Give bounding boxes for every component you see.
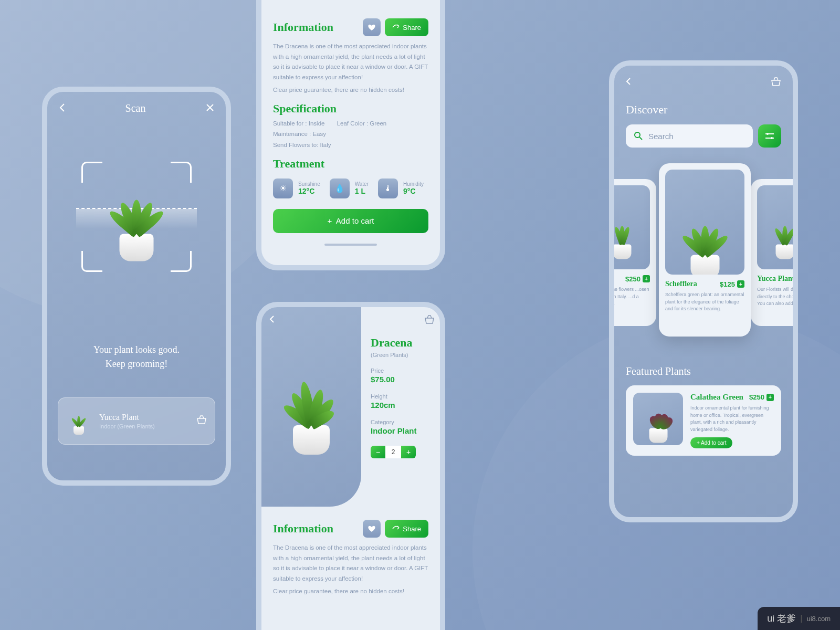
share-icon	[392, 24, 400, 30]
carousel-card-left[interactable]: nt$250+ ...eliver the flowers ...osen ad…	[609, 179, 656, 326]
information-note: Clear price guarantee, there are no hidd…	[273, 85, 428, 96]
add-icon[interactable]: +	[643, 275, 650, 282]
basket-icon[interactable]	[196, 415, 207, 427]
product-hero-image	[261, 307, 361, 507]
card-title: Schefflera	[665, 280, 697, 288]
filter-icon	[765, 132, 774, 140]
product-subtitle: (Green Plants)	[371, 352, 432, 358]
information-note: Clear price guarantee, there are no hidd…	[273, 586, 428, 597]
discover-title: Discover	[626, 103, 781, 117]
carousel-card-right[interactable]: Yucca Plant Our Florists will deliver t.…	[751, 179, 798, 326]
treatment-row: ☀ Sunshine12°C 💧 Water1 L 🌡 Humidity9°C	[273, 178, 428, 198]
search-input[interactable]: Search	[626, 124, 753, 148]
featured-thumb	[633, 393, 683, 445]
specification-list: Suitable for : Inside Leaf Color : Green…	[273, 118, 428, 151]
add-to-cart-button[interactable]: + Add to cart	[273, 209, 428, 233]
product-price: $75.00	[371, 375, 432, 384]
treatment-water: 💧 Water1 L	[330, 178, 369, 198]
scan-result-card[interactable]: Yucca Plant Indoor (Green Plants)	[58, 397, 215, 445]
add-icon[interactable]: +	[766, 394, 774, 401]
add-icon[interactable]: +	[737, 280, 744, 288]
result-thumb	[66, 405, 92, 437]
product-info-panel: Dracena (Green Plants) Price$75.00 Heigh…	[361, 307, 440, 507]
detail-top-screen: Information Share The Dracena is one of …	[256, 0, 445, 270]
sunshine-icon: ☀	[273, 178, 293, 198]
qty-increase-button[interactable]: +	[401, 446, 416, 458]
favorite-button[interactable]	[363, 18, 381, 36]
featured-price: $250	[749, 393, 764, 401]
share-button[interactable]: Share	[385, 18, 428, 36]
scan-header: Scan	[47, 92, 226, 125]
close-icon[interactable]	[206, 103, 214, 114]
card-description: Schefflera green plant: an ornamental pl…	[665, 291, 744, 313]
water-icon: 💧	[330, 178, 350, 198]
product-category: Indoor Plant	[371, 426, 432, 435]
plant-carousel[interactable]: nt$250+ ...eliver the flowers ...osen ad…	[614, 163, 793, 352]
search-icon	[634, 131, 643, 141]
svg-point-1	[766, 133, 769, 135]
information-text: The Dracena is one of the most appreciat…	[273, 543, 428, 584]
featured-title: Featured Plants	[626, 365, 781, 377]
basket-icon[interactable]	[771, 77, 781, 89]
qty-value: 2	[385, 446, 401, 458]
detail-bottom-screen: Dracena (Green Plants) Price$75.00 Heigh…	[256, 302, 445, 630]
humidity-icon: 🌡	[378, 178, 398, 198]
back-icon[interactable]	[626, 77, 631, 89]
card-price: $125	[720, 280, 735, 288]
share-button[interactable]: Share	[385, 520, 428, 538]
information-heading: Information	[273, 20, 359, 34]
information-heading: Information	[273, 522, 359, 536]
featured-add-button[interactable]: + Add to cart	[690, 437, 732, 448]
information-text: The Dracena is one of the most appreciat…	[273, 41, 428, 82]
back-icon[interactable]	[59, 103, 65, 114]
basket-icon[interactable]	[424, 315, 435, 327]
share-icon	[392, 526, 400, 532]
treatment-heading: Treatment	[273, 157, 428, 171]
scan-screen: Scan Your plant looks good. Keep groomin…	[42, 87, 231, 486]
specification-heading: Specification	[273, 102, 428, 116]
featured-name: Calathea Green	[690, 393, 743, 402]
qty-decrease-button[interactable]: −	[371, 446, 385, 458]
discover-screen: Discover Search nt$250+ ...eliver the fl…	[609, 60, 798, 522]
favorite-button[interactable]	[363, 520, 381, 538]
featured-description: Indoor ornamental plant for furnishing h…	[690, 405, 774, 433]
carousel-card-center[interactable]: Schefflera$125+ Schefflera green plant: …	[659, 163, 751, 337]
featured-card[interactable]: Calathea Green $250 + Indoor ornamental …	[626, 385, 781, 456]
result-name: Yucca Plant	[99, 413, 155, 422]
scanned-plant-image	[109, 173, 164, 261]
back-icon[interactable]	[269, 315, 275, 326]
product-height: 120cm	[371, 401, 432, 410]
treatment-humidity: 🌡 Humidity9°C	[378, 178, 424, 198]
scan-status-message: Your plant looks good. Keep grooming!	[47, 343, 226, 371]
result-subtitle: Indoor (Green Plants)	[99, 423, 155, 429]
filter-button[interactable]	[758, 124, 781, 148]
svg-point-0	[635, 132, 640, 138]
scan-viewer	[47, 125, 226, 309]
watermark: ui 老爹 | ui8.com	[758, 607, 840, 630]
quantity-stepper: − 2 +	[371, 446, 432, 458]
home-indicator	[324, 244, 377, 246]
search-placeholder: Search	[648, 132, 674, 141]
scan-title: Scan	[125, 102, 146, 114]
product-name: Dracena	[371, 336, 432, 350]
svg-point-2	[771, 137, 773, 139]
treatment-sunshine: ☀ Sunshine12°C	[273, 178, 320, 198]
